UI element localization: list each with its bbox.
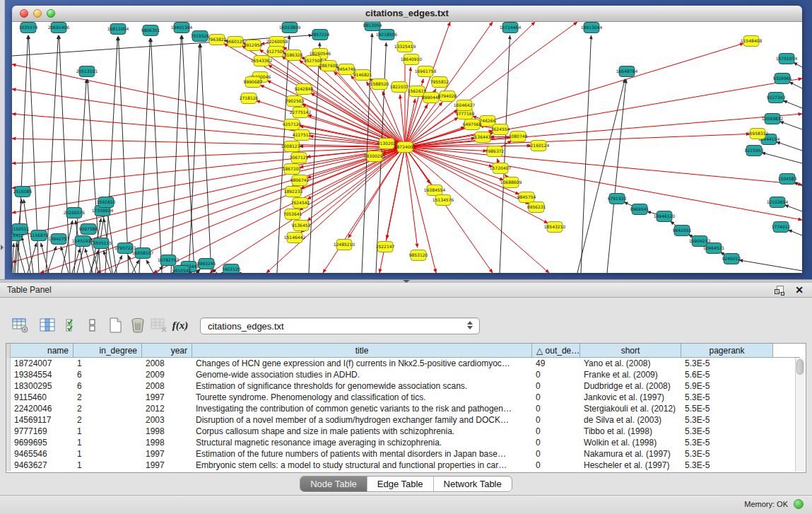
table-cell[interactable]: 1998 [142, 437, 192, 448]
table-row[interactable]: 946362711997Embryonic stem cells: a mode… [6, 460, 796, 471]
graph-node[interactable]: 1035574 [19, 23, 38, 33]
graph-node[interactable]: 4257120 [283, 119, 302, 130]
splitter-collapse-icon[interactable] [1, 245, 4, 250]
table-row[interactable]: 1938455462009Genome-wide association stu… [6, 369, 796, 380]
graph-node[interactable]: 8969541 [630, 204, 649, 215]
citation-edge-black[interactable] [776, 142, 802, 151]
table-row[interactable]: 2242004622012Investigating the contribut… [6, 403, 796, 414]
graph-node[interactable]: 12103654 [767, 197, 789, 208]
table-cell[interactable]: Yano et al. (2008) [580, 358, 681, 369]
table-cell[interactable]: 0 [532, 448, 580, 460]
close-panel-icon[interactable]: ✕ [795, 284, 804, 296]
graph-node[interactable]: 16543362 [251, 56, 273, 66]
table-cell[interactable]: 2008 [142, 358, 192, 369]
function-builder-button[interactable]: f(x) [170, 315, 191, 336]
table-cell[interactable]: 5.3E-5 [681, 460, 773, 471]
citation-edge-black[interactable] [779, 122, 802, 129]
graph-node[interactable]: 18946120 [654, 211, 676, 222]
table-cell[interactable]: Embryonic stem cells: a model to study s… [192, 460, 532, 471]
table-cell[interactable]: Stergiakouli et al. (2012) [580, 403, 681, 414]
graph-node[interactable]: 1080748 [509, 132, 528, 142]
table-cell[interactable]: 5.3E-5 [681, 392, 773, 403]
graph-node[interactable]: 7403120 [222, 264, 241, 274]
graph-node[interactable]: 9245012 [722, 254, 741, 264]
table-cell[interactable]: 1997 [142, 392, 192, 403]
graph-node[interactable]: 16961758 [415, 66, 437, 77]
float-panel-icon[interactable] [775, 286, 784, 295]
delete-column-button[interactable] [127, 315, 148, 336]
graph-node[interactable]: 12093832 [762, 114, 784, 124]
citation-edge-black[interactable] [794, 62, 802, 67]
table-cell[interactable]: 0 [532, 369, 580, 380]
table-cell[interactable]: Genome-wide association studies in ADHD. [192, 369, 532, 380]
graph-node[interactable]: 1150511 [12, 224, 30, 235]
graph-node[interactable]: 9660125 [226, 37, 245, 47]
table-cell[interactable]: 2003 [142, 414, 192, 426]
graph-node[interactable]: 9329966 [773, 74, 792, 84]
table-cell[interactable]: Tourette syndrome. Phenomenology and cla… [192, 392, 532, 403]
table-cell[interactable]: 9699695 [11, 437, 73, 448]
citation-edge-black[interactable] [577, 79, 625, 273]
citation-edge-black[interactable] [128, 255, 136, 273]
graph-node[interactable]: 9127506 [266, 47, 286, 57]
graph-node[interactable]: 1822037 [390, 82, 409, 93]
table-cell[interactable]: Tibbo et al. (1998) [580, 426, 681, 437]
table-cell[interactable]: 14569117 [11, 414, 73, 426]
table-cell[interactable]: 9115460 [11, 392, 73, 403]
table-cell[interactable]: 1997 [142, 448, 192, 460]
graph-node[interactable]: 8993245 [197, 259, 216, 269]
column-header-1[interactable]: in_degree [73, 344, 142, 358]
graph-node[interactable]: 13942757 [48, 234, 70, 245]
table-cell[interactable]: Nakamura et al. (1997) [580, 448, 681, 460]
table-cell[interactable]: Disruption of a novel member of a sodium… [192, 414, 532, 426]
citation-edge-red[interactable] [405, 147, 493, 167]
graph-node[interactable]: 19218506 [376, 30, 398, 40]
graph-node[interactable]: 15720407 [490, 163, 512, 174]
graph-node[interactable]: 8912954 [244, 40, 263, 51]
table-cell[interactable]: 18724007 [11, 358, 73, 369]
citation-edge-black[interactable] [762, 153, 802, 163]
citation-edge-red[interactable] [405, 147, 529, 204]
graph-node[interactable]: 7955812 [430, 77, 449, 88]
table-cell[interactable]: Franke et al. (2009) [580, 369, 681, 380]
graph-node[interactable]: 1774012 [772, 222, 791, 233]
graph-node[interactable]: 7963822 [208, 35, 227, 45]
graph-node[interactable]: 8813054 [363, 22, 382, 31]
table-cell[interactable]: 1998 [142, 426, 192, 437]
graph-node[interactable]: 3624554 [491, 124, 510, 135]
table-cell[interactable]: 2009 [142, 369, 192, 380]
graph-node[interactable]: 7902563 [286, 96, 305, 107]
graph-node[interactable]: 9242848 [295, 84, 314, 95]
graph-node[interactable]: 19401394 [171, 23, 193, 33]
table-cell[interactable]: 2008 [142, 380, 192, 392]
tab-node-table[interactable]: Node Table [300, 477, 367, 491]
table-cell[interactable]: Wolkin et al. (1998) [580, 437, 681, 448]
network-canvas[interactable]: 1872400779638229660125891295422260058912… [12, 22, 802, 273]
column-header-5[interactable]: short [580, 344, 681, 358]
graph-node[interactable]: 15146442 [284, 233, 306, 243]
table-cell[interactable]: 18300295 [11, 380, 73, 392]
table-body[interactable]: 1872400712008Changes of HCN gene express… [6, 358, 796, 472]
graph-node[interactable]: 9642051 [673, 226, 692, 236]
table-cell[interactable]: de Silva et al. (2003) [580, 414, 681, 426]
graph-node[interactable]: 16811004 [107, 24, 129, 35]
graph-node[interactable]: 21364436 [472, 132, 494, 143]
graph-node[interactable]: 9136452 [292, 221, 311, 231]
table-row[interactable]: 1456911722003Disruption of a novel membe… [6, 414, 796, 426]
table-vertical-scrollbar[interactable] [795, 358, 805, 472]
graph-node[interactable]: 9810542 [172, 266, 192, 274]
left-splitter[interactable] [0, 0, 5, 279]
graph-node[interactable]: 15724464 [500, 23, 522, 33]
graph-node[interactable]: 20691406 [48, 23, 70, 33]
table-cell[interactable]: 19384554 [11, 369, 73, 380]
table-cell[interactable]: Changes of HCN gene expression and I(f) … [192, 358, 532, 369]
table-cell[interactable]: 2 [73, 392, 142, 403]
table-cell[interactable]: 1 [73, 448, 142, 460]
table-row[interactable]: 911546021997Tourette syndrome. Phenomeno… [6, 392, 796, 403]
graph-node[interactable]: 9806742 [290, 175, 310, 186]
graph-node[interactable]: 19384554 [424, 185, 446, 196]
graph-node[interactable]: 8186328 [284, 50, 303, 61]
table-cell[interactable]: Corpus callosum shape and size in male p… [192, 426, 532, 437]
column-header-0[interactable]: name [11, 344, 73, 358]
graph-node[interactable]: 7053641 [283, 209, 302, 220]
